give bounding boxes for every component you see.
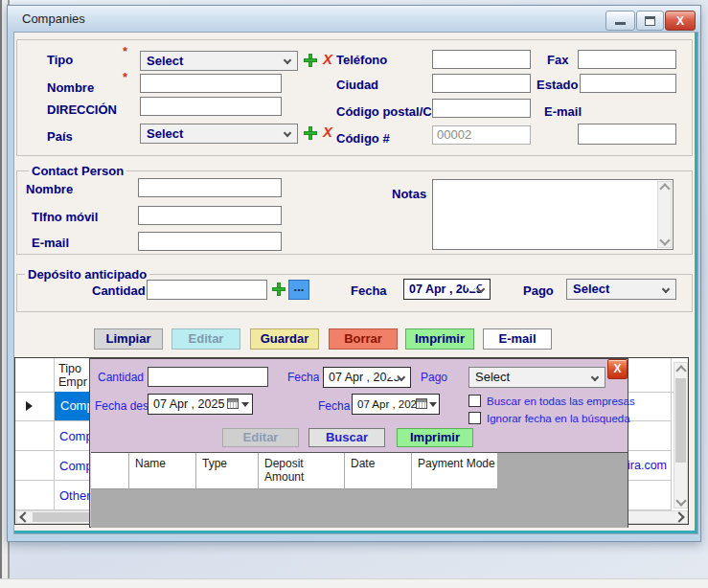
contact-nombre-input[interactable] xyxy=(138,178,282,197)
popup-fecha-value: 07 Apr , 2025 xyxy=(329,371,400,384)
grid-vertical-scrollbar[interactable] xyxy=(674,362,688,509)
codigo-input: 00002 xyxy=(432,125,531,145)
pago-select[interactable]: Select xyxy=(566,279,676,300)
chevron-down-icon xyxy=(662,285,670,293)
browse-button[interactable]: ... xyxy=(288,280,309,300)
nombre-label: Nombre xyxy=(47,80,94,95)
add-pais-button[interactable] xyxy=(304,126,317,140)
add-cantidad-button[interactable] xyxy=(272,283,285,296)
popup-pago-value: Select xyxy=(475,370,510,384)
restore-button[interactable] xyxy=(636,11,664,31)
ignore-date-checkbox-label: Ignorar fecha en la búsqueda xyxy=(487,413,630,424)
add-tipo-button[interactable] xyxy=(304,54,317,67)
email-button[interactable]: E-mail xyxy=(483,328,552,350)
tipo-label: Tipo xyxy=(47,53,73,67)
nombre-input[interactable] xyxy=(140,74,282,93)
minimize-button[interactable] xyxy=(605,11,635,31)
chevron-left-icon[interactable] xyxy=(19,511,30,522)
popup-editar-button[interactable]: Editar xyxy=(222,428,299,447)
email-input[interactable] xyxy=(578,124,676,145)
pais-select[interactable]: Select xyxy=(140,124,298,144)
telefono-input[interactable] xyxy=(432,50,531,69)
codigo-postal-input[interactable] xyxy=(432,99,531,118)
popup-cantidad-input[interactable] xyxy=(148,367,268,387)
notas-scrollbar[interactable] xyxy=(657,181,672,248)
direccion-label: DIRECCIÓN xyxy=(47,102,117,117)
popup-fecha-desde-datepicker[interactable]: 07 Apr , 2025 xyxy=(148,394,253,415)
delete-pais-button[interactable]: X xyxy=(323,125,332,139)
restore-icon xyxy=(645,16,655,26)
notas-textarea[interactable] xyxy=(432,179,674,250)
minimize-icon xyxy=(615,22,626,25)
popup-pago-select[interactable]: Select xyxy=(468,367,605,388)
guardar-button[interactable]: Guardar xyxy=(250,328,319,350)
pago-select-value: Select xyxy=(573,282,609,296)
chevron-down-icon[interactable] xyxy=(675,495,686,506)
chevron-up-icon[interactable] xyxy=(675,365,686,375)
fecha-datepicker[interactable]: 07 Apr , 2025 xyxy=(403,279,491,300)
cantidad-input[interactable] xyxy=(147,280,267,300)
pais-label: País xyxy=(47,129,73,144)
email-label: E-mail xyxy=(544,104,582,119)
fax-input[interactable] xyxy=(578,50,676,69)
scrollbar-thumb[interactable] xyxy=(33,512,92,522)
popup-imprimir-button[interactable]: Imprimir xyxy=(397,428,473,447)
taskbar-strip xyxy=(0,578,708,588)
table-header-name[interactable]: Name xyxy=(129,453,196,489)
pago-label: Pago xyxy=(523,283,554,298)
borrar-button[interactable]: Borrar xyxy=(329,328,398,350)
estado-input[interactable] xyxy=(580,74,676,93)
contact-email-label: E-mail xyxy=(32,236,69,250)
table-header-type[interactable]: Type xyxy=(196,453,259,489)
window-title: Companies xyxy=(22,11,85,26)
fax-label: Fax xyxy=(547,53,568,67)
popup-pago-label: Pago xyxy=(421,371,447,384)
estado-label: Estado xyxy=(537,78,578,92)
contact-email-input[interactable] xyxy=(138,232,282,251)
popup-results-table[interactable]: Name Type Deposit Amount Date Payment Mo… xyxy=(91,452,628,528)
limpiar-button[interactable]: Limpiar xyxy=(94,328,163,350)
chevron-right-icon[interactable] xyxy=(674,511,684,522)
imprimir-button[interactable]: Imprimir xyxy=(405,328,474,350)
titlebar[interactable]: Companies X xyxy=(8,6,700,32)
tipo-select[interactable]: Select xyxy=(140,51,298,71)
popup-fecha-label: Fecha xyxy=(287,371,319,384)
telefono-label: Teléfono xyxy=(336,53,387,67)
table-header-deposit-amount[interactable]: Deposit Amount xyxy=(259,453,345,489)
delete-tipo-button[interactable]: X xyxy=(323,53,332,66)
fecha-label: Fecha xyxy=(351,283,387,298)
table-header-payment-mode[interactable]: Payment Mode xyxy=(412,453,498,489)
calendar-icon xyxy=(416,398,427,409)
ignore-date-checkbox[interactable] xyxy=(468,412,481,424)
chevron-down-icon xyxy=(591,373,599,381)
nombre-required-marker: * xyxy=(123,70,127,84)
close-button[interactable]: X xyxy=(665,11,696,31)
contact-person-title: Contact Person xyxy=(29,164,126,178)
contact-movil-input[interactable] xyxy=(138,206,282,225)
dropdown-arrow-icon xyxy=(241,402,249,411)
notas-label: Notas xyxy=(392,187,426,201)
popup-fecha-hasta-label: Fecha hasta xyxy=(318,399,353,413)
popup-fecha-datepicker[interactable]: 07 Apr , 2025 xyxy=(323,367,411,388)
editar-button[interactable]: Editar xyxy=(171,328,240,350)
scrollbar-thumb[interactable] xyxy=(675,378,686,463)
popup-close-button[interactable]: X xyxy=(607,359,628,379)
popup-cantidad-label: Cantidad xyxy=(98,371,144,384)
ciudad-label: Ciudad xyxy=(336,78,378,92)
table-header-date[interactable]: Date xyxy=(345,453,412,489)
fecha-value: 07 Apr , 2025 xyxy=(409,283,483,296)
codigo-label: Código # xyxy=(336,131,390,146)
contact-nombre-label: Nombre xyxy=(26,182,73,196)
ciudad-input[interactable] xyxy=(432,74,531,93)
direccion-input[interactable] xyxy=(140,97,282,116)
chevron-down-icon xyxy=(284,129,291,137)
table-header-selector xyxy=(91,453,129,489)
chevron-up-icon[interactable] xyxy=(659,183,670,193)
desktop: Companies X Tipo * Select X Teléfono Fax… xyxy=(0,0,708,588)
chevron-down-icon[interactable] xyxy=(659,235,670,245)
all-companies-checkbox[interactable] xyxy=(468,395,481,407)
grid-column-divider xyxy=(671,358,672,510)
popup-fecha-hasta-datepicker[interactable]: 07 Apr , 2025 xyxy=(352,394,440,415)
tipo-required-marker: * xyxy=(123,44,127,58)
popup-buscar-button[interactable]: Buscar xyxy=(308,428,385,447)
